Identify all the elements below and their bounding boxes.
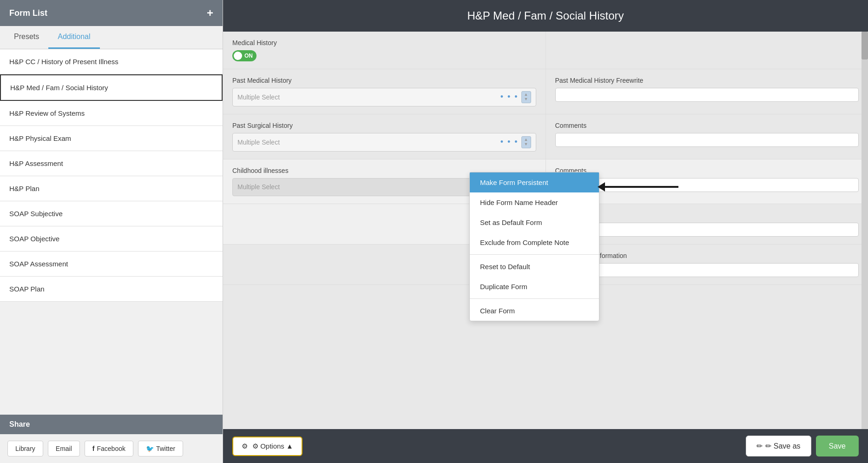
form-cell-past-surgical: Past Surgical History Multiple Select • … — [223, 114, 546, 159]
dropdown-item-hide-header[interactable]: Hide Form Name Header — [470, 192, 599, 212]
medical-history-toggle[interactable]: ON — [232, 50, 256, 61]
form-cell-comments-surgical: Comments — [546, 114, 868, 159]
dropdown-item-persistent[interactable]: Make Form Persistent — [470, 172, 599, 192]
pencil-icon: ✏ — [756, 442, 763, 450]
bottom-right-buttons: ✏ ✏ Save as Save — [746, 436, 859, 456]
save-button[interactable]: Save — [816, 436, 859, 456]
past-medical-freewrite-input[interactable] — [555, 88, 859, 102]
sidebar-tabs: Presets Additional — [0, 26, 223, 49]
dropdown-divider-2 — [470, 298, 599, 299]
select-arrows[interactable]: ▲▼ — [521, 91, 531, 103]
bottom-bar: ⚙ ⚙ Options ▲ ✏ ✏ Save as Save — [223, 429, 868, 463]
options-button[interactable]: ⚙ ⚙ Options ▲ — [232, 437, 302, 456]
sidebar-item-hpreview[interactable]: H&P Review of Systems — [0, 101, 223, 126]
form-row-past-surgical: Past Surgical History Multiple Select • … — [223, 114, 868, 159]
past-medical-select[interactable]: Multiple Select • • • ▲▼ — [232, 88, 536, 106]
form-cell-past-medical: Past Medical History Multiple Select • •… — [223, 69, 546, 114]
toggle-knob — [234, 52, 242, 60]
share-email-button[interactable]: Email — [48, 441, 80, 456]
dropdown-menu: Make Form Persistent Hide Form Name Head… — [469, 172, 599, 321]
select-arrows-2[interactable]: ▲▼ — [521, 136, 531, 148]
comments-surgical-label: Comments — [555, 122, 859, 129]
comments-2-label: Comments — [555, 212, 859, 219]
sidebar-header: Form List + — [0, 0, 223, 26]
sidebar-item-soap-subj[interactable]: SOAP Subjective — [0, 201, 223, 226]
share-buttons: Library Email f Facebook 🐦 Twitter — [0, 434, 223, 463]
sidebar-item-hpcc[interactable]: H&P CC / History of Present Illness — [0, 49, 223, 74]
form-cell-empty-1 — [546, 32, 868, 69]
comments-2-input[interactable] — [555, 223, 859, 237]
pcp-input[interactable] — [555, 263, 859, 277]
pcp-label: PCP Contact Information — [555, 252, 859, 259]
arrow-indicator — [604, 186, 678, 188]
main-content: H&P Med / Fam / Social History Medical H… — [223, 0, 868, 463]
scrollbar[interactable] — [861, 32, 868, 429]
share-twitter-button[interactable]: 🐦 Twitter — [138, 441, 183, 456]
past-surgical-select[interactable]: Multiple Select • • • ▲▼ — [232, 133, 536, 152]
tab-additional[interactable]: Additional — [48, 26, 99, 49]
add-form-button[interactable]: + — [207, 7, 213, 19]
form-cell-past-medical-freewrite: Past Medical History Freewrite — [546, 69, 868, 114]
sidebar: Form List + Presets Additional H&P CC / … — [0, 0, 223, 463]
comments-childhood-label: Comments — [555, 167, 859, 174]
form-row-medical-history: Medical History ON — [223, 32, 868, 69]
facebook-icon: f — [92, 445, 95, 452]
past-surgical-label: Past Surgical History — [232, 122, 536, 129]
sidebar-item-hpplan[interactable]: H&P Plan — [0, 176, 223, 201]
share-header: Share — [0, 415, 223, 434]
dropdown-item-clear[interactable]: Clear Form — [470, 301, 599, 321]
scroll-thumb[interactable] — [861, 32, 868, 60]
form-row-past-medical: Past Medical History Multiple Select • •… — [223, 69, 868, 114]
dropdown-item-exclude[interactable]: Exclude from Complete Note — [470, 232, 599, 252]
form-title: H&P Med / Fam / Social History — [223, 0, 868, 32]
dropdown-item-reset[interactable]: Reset to Default — [470, 257, 599, 277]
toggle-label: ON — [244, 53, 253, 59]
sidebar-item-soap-assess[interactable]: SOAP Assessment — [0, 251, 223, 277]
dropdown-item-set-default[interactable]: Set as Default Form — [470, 212, 599, 232]
sidebar-item-soap-obj[interactable]: SOAP Objective — [0, 226, 223, 251]
sidebar-item-hpmed[interactable]: H&P Med / Fam / Social History — [0, 74, 223, 101]
past-medical-label: Past Medical History — [232, 77, 536, 84]
gear-icon: ⚙ — [242, 442, 248, 450]
twitter-icon: 🐦 — [146, 445, 154, 452]
sidebar-title: Form List — [9, 8, 47, 18]
share-library-button[interactable]: Library — [7, 441, 43, 456]
dropdown-divider-1 — [470, 254, 599, 255]
medical-history-label: Medical History — [232, 39, 536, 46]
tab-presets[interactable]: Presets — [5, 26, 48, 49]
sidebar-item-soap-plan[interactable]: SOAP Plan — [0, 277, 223, 302]
save-as-button[interactable]: ✏ ✏ Save as — [746, 436, 811, 456]
form-cell-medical-history: Medical History ON — [223, 32, 546, 69]
sidebar-item-hpassessment[interactable]: H&P Assessment — [0, 151, 223, 176]
dropdown-item-duplicate[interactable]: Duplicate Form — [470, 277, 599, 297]
select-dots: • • • — [500, 92, 519, 102]
share-facebook-button[interactable]: f Facebook — [85, 441, 133, 456]
past-medical-freewrite-label: Past Medical History Freewrite — [555, 77, 859, 84]
comments-surgical-input[interactable] — [555, 133, 859, 147]
select-dots-2: • • • — [500, 137, 519, 147]
sidebar-item-hpphysical[interactable]: H&P Physical Exam — [0, 126, 223, 151]
arrow-line — [604, 186, 678, 188]
sidebar-list: H&P CC / History of Present Illness H&P … — [0, 49, 223, 415]
